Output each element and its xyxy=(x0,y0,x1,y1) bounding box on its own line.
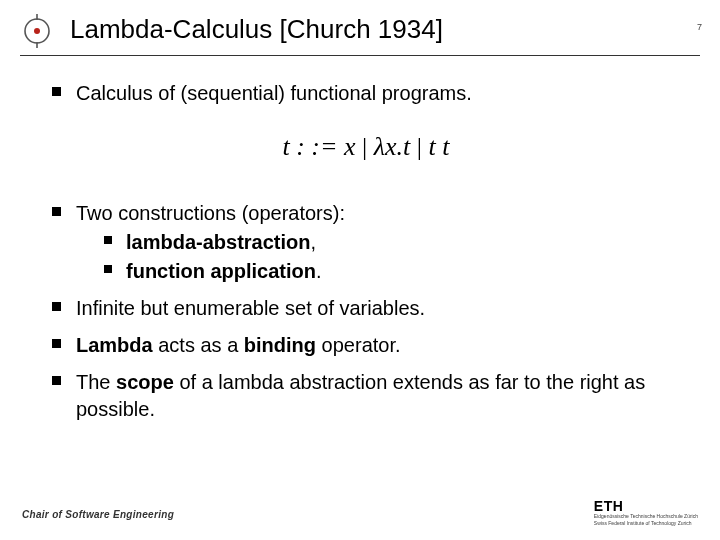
bullet-text: operator. xyxy=(316,334,401,356)
bullet-item: Two constructions (operators): lambda-ab… xyxy=(52,200,680,285)
bullet-strong: Lambda xyxy=(76,334,153,356)
slide-body: Calculus of (sequential) functional prog… xyxy=(0,56,720,423)
formula-sep: | xyxy=(417,132,429,161)
slide-title: Lambda-Calculus [Church 1934] xyxy=(70,14,720,45)
bullet-text: Two constructions (operators): xyxy=(76,202,345,224)
bullet-item: Calculus of (sequential) functional prog… xyxy=(52,80,680,107)
page-number: 7 xyxy=(697,22,702,32)
footer-affiliation: ETH Eidgenössische Technische Hochschule… xyxy=(594,499,698,526)
footer-chair: Chair of Software Engineering xyxy=(22,509,174,520)
bullet-item: Infinite but enumerable set of variables… xyxy=(52,295,680,322)
slide: Lambda-Calculus [Church 1934] 7 Calculus… xyxy=(0,0,720,540)
bullet-text: Calculus of (sequential) functional prog… xyxy=(76,82,472,104)
bullet-text: acts as a xyxy=(153,334,244,356)
formula-part: λx.t xyxy=(374,132,411,161)
punct: . xyxy=(316,260,322,282)
header: Lambda-Calculus [Church 1934] xyxy=(0,0,720,51)
bullet-strong: scope xyxy=(116,371,174,393)
bullet-text: Infinite but enumerable set of variables… xyxy=(76,297,425,319)
sub-bullet-text: function application xyxy=(126,260,316,282)
bullet-strong: binding xyxy=(244,334,316,356)
sub-bullet-text: lambda-abstraction xyxy=(126,231,310,253)
formula-part: t : := x xyxy=(282,132,355,161)
sub-bullet-item: function application. xyxy=(104,258,680,285)
eth-sub1: Eidgenössische Technische Hochschule Zür… xyxy=(594,514,698,520)
formula-part: t t xyxy=(429,132,450,161)
bullet-text: The xyxy=(76,371,116,393)
eth-sub2: Swiss Federal Institute of Technology Zu… xyxy=(594,521,698,527)
punct: , xyxy=(310,231,316,253)
eth-logo-text: ETH xyxy=(594,499,698,513)
formula: t : := x | λx.t | t t xyxy=(52,129,680,164)
formula-sep: | xyxy=(362,132,374,161)
bullet-item: Lambda acts as a binding operator. xyxy=(52,332,680,359)
sub-bullet-item: lambda-abstraction, xyxy=(104,229,680,256)
bullet-item: The scope of a lambda abstraction extend… xyxy=(52,369,680,423)
